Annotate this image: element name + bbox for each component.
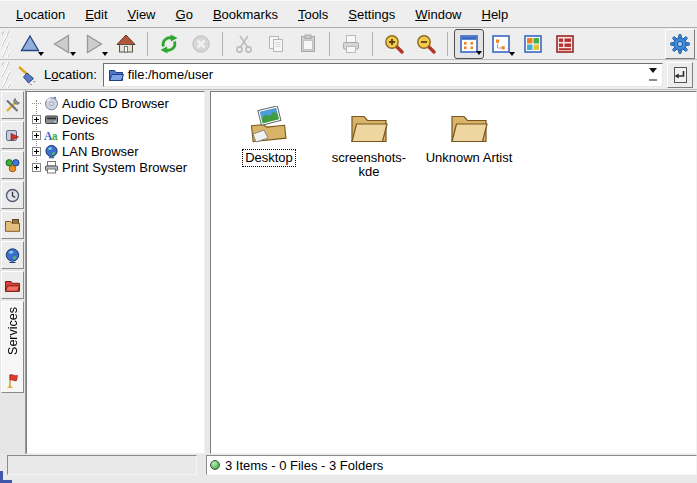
status-led-icon: [210, 460, 220, 470]
home-button[interactable]: [111, 29, 141, 59]
paste-button[interactable]: [293, 29, 323, 59]
location-dropdown-arrow[interactable]: [644, 64, 662, 86]
history-clock-icon: [4, 187, 21, 204]
file-item-screenshots-kde[interactable]: screenshots-kde: [319, 104, 419, 180]
icon-view-button[interactable]: [454, 29, 484, 59]
content-area: Services Audio CD BrowserDevicesAaFontsL…: [0, 90, 697, 454]
file-item-desktop[interactable]: Desktop: [219, 104, 319, 166]
clear-location-button[interactable]: [14, 62, 40, 88]
toolbar-separator: [372, 32, 373, 56]
main-toolbar: [0, 28, 697, 60]
toolbar-grip[interactable]: [2, 31, 10, 57]
toolbar-buttons: [14, 29, 581, 59]
location-toolbar: Location: file:/home/user: [0, 60, 697, 90]
services-tree-panel: Audio CD BrowserDevicesAaFontsLAN Browse…: [26, 91, 205, 454]
up-button[interactable]: [15, 29, 45, 59]
up-arrow-icon: [19, 33, 41, 55]
file-item-unknown-artist[interactable]: Unknown Artist: [419, 104, 519, 166]
tree-item-lan-browser[interactable]: LAN Browser: [27, 143, 204, 159]
chevron-down-icon: [649, 68, 657, 77]
menubar: LocationEditViewGoBookmarksToolsSettings…: [0, 1, 697, 28]
tree-item-fonts[interactable]: AaFonts: [27, 127, 204, 143]
sidebar-tab-bookmarks[interactable]: [1, 121, 24, 149]
menu-location[interactable]: Location: [6, 4, 75, 25]
reload-button[interactable]: [154, 29, 184, 59]
tree-item-audio-cd-browser[interactable]: Audio CD Browser: [27, 95, 204, 111]
cut-icon: [233, 33, 255, 55]
konqueror-gear-icon: [669, 33, 691, 55]
sidebar-tab-label: Services: [6, 307, 20, 355]
go-button[interactable]: [667, 62, 693, 88]
folder-icon: [449, 104, 489, 144]
location-toolbar-grip[interactable]: [2, 62, 10, 88]
tree-item-label: Print System Browser: [62, 160, 187, 175]
copy-button[interactable]: [261, 29, 291, 59]
sidebar-tab-services[interactable]: Services: [1, 301, 24, 393]
back-button[interactable]: [47, 29, 77, 59]
reload-icon: [158, 33, 180, 55]
menu-tools[interactable]: Tools: [288, 4, 338, 25]
forward-arrow-icon: [83, 33, 105, 55]
konqueror-window: LocationEditViewGoBookmarksToolsSettings…: [0, 0, 697, 483]
zoom-out-button[interactable]: [411, 29, 441, 59]
zoom-in-button[interactable]: [379, 29, 409, 59]
services-flag-icon: [4, 372, 21, 389]
menu-bookmarks[interactable]: Bookmarks: [203, 4, 288, 25]
colored-balls-icon: [4, 157, 21, 174]
tree-expander-icon[interactable]: [32, 115, 41, 124]
sidebar-statusbar: [7, 455, 197, 475]
menu-edit[interactable]: Edit: [75, 4, 117, 25]
folder-icon-view[interactable]: Desktopscreenshots-kdeUnknown Artist: [210, 91, 697, 454]
copy-icon: [265, 33, 287, 55]
konqueror-throbber[interactable]: [665, 29, 695, 59]
menu-go[interactable]: Go: [166, 4, 203, 25]
tree-expander-icon[interactable]: [32, 147, 41, 156]
menu-help[interactable]: Help: [472, 4, 519, 25]
tree-item-devices[interactable]: Devices: [27, 111, 204, 127]
tree-view-button[interactable]: [486, 29, 516, 59]
tree-item-print-system-browser[interactable]: Print System Browser: [27, 159, 204, 175]
stop-button[interactable]: [186, 29, 216, 59]
clear-location-broom-icon: [16, 64, 38, 86]
forward-button[interactable]: [79, 29, 109, 59]
sidebar-tab-configure-sidebar[interactable]: [1, 91, 24, 119]
menu-window[interactable]: Window: [405, 4, 471, 25]
fonts-icon: Aa: [44, 128, 59, 143]
file-item-label: Unknown Artist: [424, 150, 515, 166]
svg-text:a: a: [52, 130, 58, 141]
home-icon: [115, 33, 137, 55]
tree-item-label: Fonts: [62, 128, 95, 143]
detailed-view-button[interactable]: [550, 29, 580, 59]
sidebar-tab-network[interactable]: [1, 241, 24, 269]
tree-expander-icon[interactable]: [32, 163, 41, 172]
zoom-in-icon: [383, 33, 405, 55]
multicolumn-view-button[interactable]: [518, 29, 548, 59]
audio-cd-icon: [44, 96, 59, 111]
sidebar-tab-system[interactable]: [1, 151, 24, 179]
print-button[interactable]: [336, 29, 366, 59]
tree-branch-line: [32, 103, 41, 104]
sidebar-tabstrip: Services: [0, 90, 26, 454]
toolbar-separator: [147, 32, 148, 56]
sidebar-tab-root-directory[interactable]: [1, 271, 24, 299]
devices-icon: [44, 112, 59, 127]
tree-expander-icon[interactable]: [32, 131, 41, 140]
wrench-icon: [4, 97, 21, 114]
location-value[interactable]: file:/home/user: [128, 67, 213, 82]
tree-item-label: LAN Browser: [62, 144, 139, 159]
location-combobox[interactable]: file:/home/user: [103, 63, 663, 87]
cut-button[interactable]: [229, 29, 259, 59]
main-statusbar: 3 Items - 0 Files - 3 Folders: [206, 455, 697, 475]
print-icon: [340, 33, 362, 55]
sidebar-tab-home-directory[interactable]: [1, 211, 24, 239]
printer-icon: [44, 160, 59, 175]
toolbar-separator: [329, 32, 330, 56]
menu-settings[interactable]: Settings: [338, 4, 405, 25]
stop-icon: [190, 33, 212, 55]
desktop-folder-icon: [248, 104, 290, 144]
sidebar-tab-history[interactable]: [1, 181, 24, 209]
tree-view-icon: [490, 33, 512, 55]
folder-icon: [349, 104, 389, 144]
file-item-label: screenshots-kde: [321, 150, 417, 180]
menu-view[interactable]: View: [118, 4, 166, 25]
